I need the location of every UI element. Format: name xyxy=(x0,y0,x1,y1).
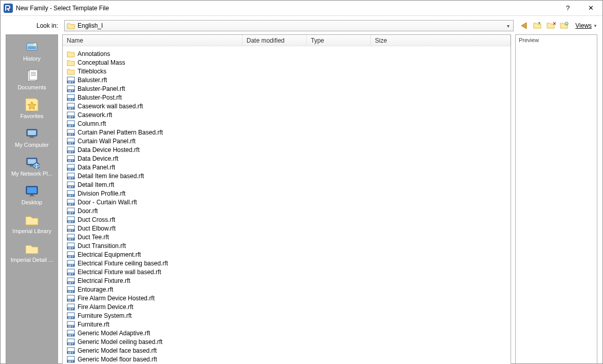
file-item[interactable]: Curtain Panel Pattern Based.rft xyxy=(66,128,209,137)
file-item[interactable]: Door - Curtain Wall.rft xyxy=(66,198,209,206)
file-item[interactable]: Generic Model Adaptive.rft xyxy=(66,329,209,337)
network-icon xyxy=(24,155,40,168)
file-item-label: Entourage.rft xyxy=(78,286,113,293)
new-folder-button[interactable] xyxy=(560,21,569,30)
file-item[interactable]: Casework wall based.rft xyxy=(66,102,209,110)
file-item[interactable]: Door.rft xyxy=(66,206,209,215)
file-item[interactable]: Detail Item.rft xyxy=(66,180,209,189)
file-item[interactable]: Data Panel.rft xyxy=(66,163,209,171)
places-item-label: Documents xyxy=(7,84,56,90)
rft-file-icon xyxy=(67,120,75,127)
file-item[interactable]: Baluster-Post.rft xyxy=(66,93,209,102)
file-item[interactable]: Furniture System.rft xyxy=(66,311,209,320)
column-name[interactable]: Name xyxy=(63,35,242,46)
file-item[interactable]: Electrical Fixture.rft xyxy=(66,276,209,285)
file-item[interactable]: Electrical Equipment.rft xyxy=(66,250,209,259)
file-item-label: Door - Curtain Wall.rft xyxy=(78,199,137,206)
rft-file-icon xyxy=(67,190,75,197)
file-item-label: Curtain Wall Panel.rft xyxy=(78,138,136,145)
file-item-label: Electrical Fixture wall based.rft xyxy=(78,269,161,276)
lookin-value: English_I xyxy=(78,22,504,29)
file-item-label: Duct Cross.rft xyxy=(78,216,115,223)
places-item[interactable]: My Computer xyxy=(6,124,58,152)
places-item[interactable]: Imperial Detail ... xyxy=(6,239,58,267)
file-item-label: Fire Alarm Device Hosted.rft xyxy=(78,295,155,302)
rft-file-icon xyxy=(67,129,75,136)
lookin-label: Look in: xyxy=(6,22,61,29)
file-item[interactable]: Annotations xyxy=(66,49,209,58)
places-item[interactable]: Documents xyxy=(6,67,58,94)
computer-icon xyxy=(24,126,40,140)
folder-icon xyxy=(67,22,75,29)
file-item[interactable]: Curtain Wall Panel.rft xyxy=(66,137,209,145)
file-item-label: Furniture.rft xyxy=(78,321,109,328)
folder-icon xyxy=(67,50,75,58)
places-item[interactable]: Favorites xyxy=(6,95,58,123)
rft-file-icon xyxy=(67,103,75,110)
file-item[interactable]: Baluster-Panel.rft xyxy=(66,84,209,93)
close-button[interactable]: ✕ xyxy=(579,1,602,15)
file-item[interactable]: Entourage.rft xyxy=(66,285,209,294)
file-item[interactable]: Furniture.rft xyxy=(66,320,209,329)
places-item[interactable]: History xyxy=(6,38,58,66)
rft-file-icon xyxy=(67,312,75,319)
file-item[interactable]: Duct Transition.rft xyxy=(66,241,209,250)
file-item[interactable]: Duct Elbow.rft xyxy=(66,224,209,233)
file-list[interactable]: AnnotationsConceptual MassTitleblocksBal… xyxy=(63,46,511,364)
column-type[interactable]: Type xyxy=(307,35,371,46)
file-item-label: Data Device Hosted.rft xyxy=(78,146,140,154)
places-item-label: Desktop xyxy=(7,199,56,205)
rft-file-icon xyxy=(67,207,75,215)
file-item[interactable]: Column.rft xyxy=(66,119,209,128)
places-item-label: History xyxy=(7,55,56,62)
file-item-label: Duct Elbow.rft xyxy=(78,225,116,232)
file-item[interactable]: Detail Item line based.rft xyxy=(66,171,209,180)
lookin-combo[interactable]: English_I ▾ xyxy=(64,20,514,31)
file-item[interactable]: Generic Model face based.rft xyxy=(66,346,209,355)
file-item[interactable]: Duct Cross.rft xyxy=(66,215,209,224)
file-item[interactable]: Duct Tee.rft xyxy=(66,233,209,241)
help-button[interactable]: ? xyxy=(556,1,579,15)
file-item[interactable]: Fire Alarm Device.rft xyxy=(66,302,209,311)
file-item[interactable]: Conceptual Mass xyxy=(66,58,209,67)
favorites-icon xyxy=(24,98,40,111)
file-item-label: Electrical Equipment.rft xyxy=(78,251,141,258)
views-label: Views xyxy=(575,22,592,29)
back-button[interactable] xyxy=(520,21,529,30)
file-item[interactable]: Electrical Fixture wall based.rft xyxy=(66,267,209,276)
file-item[interactable]: Casework.rft xyxy=(66,110,209,119)
history-icon xyxy=(24,40,40,53)
file-item-label: Data Panel.rft xyxy=(78,164,115,171)
delete-folder-button[interactable] xyxy=(547,21,556,30)
column-date[interactable]: Date modified xyxy=(242,35,307,46)
app-icon xyxy=(4,4,13,13)
places-item[interactable]: Desktop xyxy=(6,182,58,209)
file-item[interactable]: Fire Alarm Device Hosted.rft xyxy=(66,294,209,302)
window-title: New Family - Select Template File xyxy=(16,5,556,12)
chevron-down-icon: ▼ xyxy=(593,24,597,28)
file-item-label: Detail Item.rft xyxy=(78,181,114,188)
file-item-label: Casework wall based.rft xyxy=(78,103,143,110)
file-item[interactable]: Data Device.rft xyxy=(66,154,209,163)
file-item[interactable]: Baluster.rft xyxy=(66,75,209,84)
file-item[interactable]: Division Profile.rft xyxy=(66,189,209,198)
places-item[interactable]: Imperial Library xyxy=(6,210,58,238)
rft-file-icon xyxy=(67,138,75,145)
views-dropdown[interactable]: Views ▼ xyxy=(575,22,597,29)
file-item-label: Conceptual Mass xyxy=(78,59,125,66)
file-item[interactable]: Generic Model ceiling based.rft xyxy=(66,337,209,346)
file-item-label: Titleblocks xyxy=(78,68,106,75)
file-item[interactable]: Titleblocks xyxy=(66,67,209,75)
file-item[interactable]: Electrical Fixture ceiling based.rft xyxy=(66,259,209,267)
column-size[interactable]: Size xyxy=(371,35,511,46)
file-item[interactable]: Generic Model floor based.rft xyxy=(66,355,209,363)
up-folder-button[interactable] xyxy=(533,21,542,30)
rft-file-icon xyxy=(67,242,75,250)
chevron-down-icon: ▾ xyxy=(504,23,512,29)
file-item[interactable]: Data Device Hosted.rft xyxy=(66,145,209,154)
file-item-label: Baluster-Post.rft xyxy=(78,94,122,101)
rft-file-icon xyxy=(67,321,75,328)
places-item[interactable]: My Network Pl... xyxy=(6,153,58,181)
places-item-label: Imperial Library xyxy=(7,228,56,234)
rft-file-icon xyxy=(67,277,75,284)
